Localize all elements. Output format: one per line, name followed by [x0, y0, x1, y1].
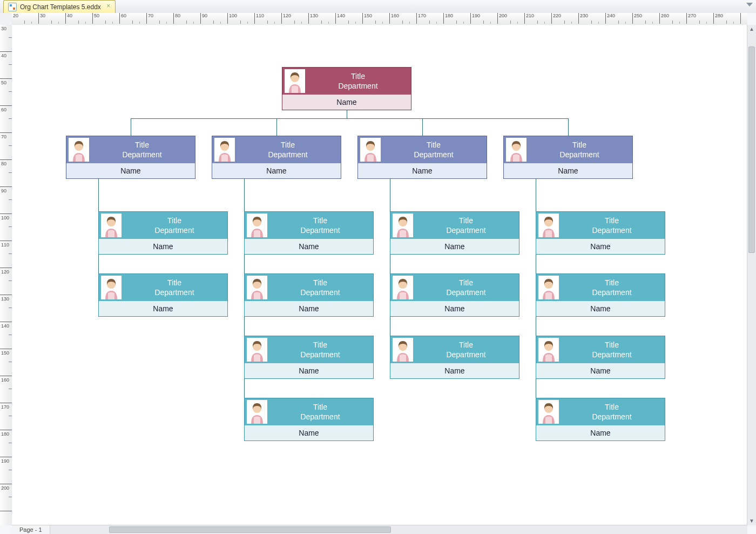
workspace: 2030405060708090100110120130140150160170…	[0, 13, 756, 14]
h-ruler-tick: 90	[201, 13, 228, 14]
h-ruler-tick: 190	[471, 13, 498, 14]
h-ruler-tick: 160	[390, 13, 417, 14]
h-ruler-tick: 270	[687, 13, 714, 14]
h-ruler-tick: 220	[552, 13, 579, 14]
h-ruler-tick: 170	[417, 13, 444, 14]
ruler-corner	[0, 13, 12, 14]
h-ruler-tick: 30	[39, 13, 66, 14]
h-ruler-tick: 240	[606, 13, 633, 14]
h-ruler-tick: 200	[498, 13, 525, 14]
horizontal-ruler: 2030405060708090100110120130140150160170…	[12, 13, 747, 14]
h-ruler-tick: 260	[660, 13, 687, 14]
h-ruler-tick: 50	[93, 13, 120, 14]
h-ruler-tick: 130	[309, 13, 336, 14]
h-ruler-tick: 230	[579, 13, 606, 14]
h-ruler-tick: 210	[525, 13, 552, 14]
h-ruler-tick: 120	[282, 13, 309, 14]
h-ruler-tick: 100	[228, 13, 255, 14]
h-ruler-tick: 80	[174, 13, 201, 14]
close-tab-button[interactable]: ×	[105, 3, 112, 9]
h-ruler-tick: 280	[714, 13, 741, 14]
h-ruler-tick: 140	[336, 13, 363, 14]
document-icon	[8, 3, 17, 11]
h-ruler-tick: 180	[444, 13, 471, 14]
h-ruler-tick: 250	[633, 13, 660, 14]
tab-overflow-button[interactable]	[746, 3, 753, 6]
h-ruler-tick: 110	[255, 13, 282, 14]
h-ruler-tick: 20	[12, 13, 39, 14]
document-tab-label: Org Chart Templates 5.eddx	[20, 3, 101, 11]
h-ruler-tick: 70	[147, 13, 174, 14]
document-tab[interactable]: Org Chart Templates 5.eddx ×	[3, 0, 116, 13]
h-ruler-tick: 60	[120, 13, 147, 14]
h-ruler-tick: 40	[66, 13, 93, 14]
document-tab-bar: Org Chart Templates 5.eddx ×	[0, 0, 756, 14]
h-ruler-tick: 150	[363, 13, 390, 14]
